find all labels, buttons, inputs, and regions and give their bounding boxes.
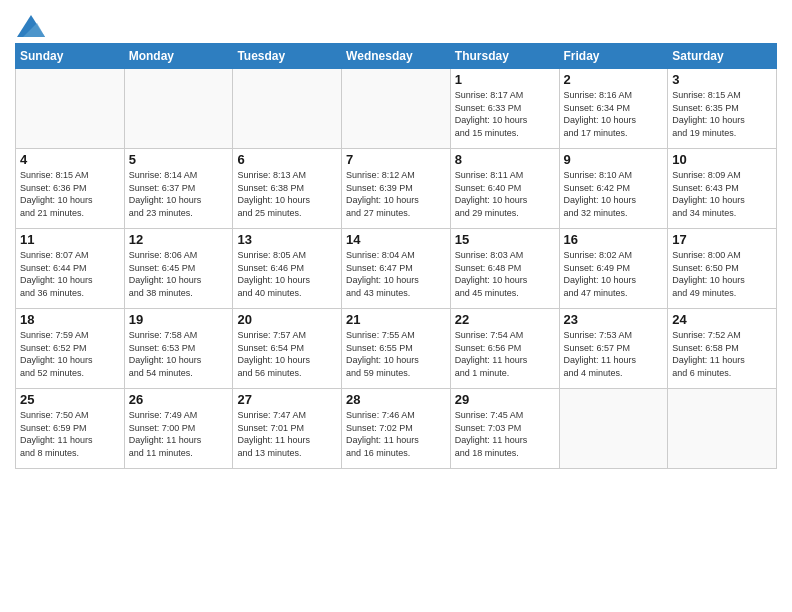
day-info: Sunrise: 7:55 AM Sunset: 6:55 PM Dayligh… [346, 329, 446, 379]
day-cell: 15Sunrise: 8:03 AM Sunset: 6:48 PM Dayli… [450, 229, 559, 309]
day-cell: 5Sunrise: 8:14 AM Sunset: 6:37 PM Daylig… [124, 149, 233, 229]
day-number: 23 [564, 312, 664, 327]
day-number: 10 [672, 152, 772, 167]
day-number: 16 [564, 232, 664, 247]
day-info: Sunrise: 8:10 AM Sunset: 6:42 PM Dayligh… [564, 169, 664, 219]
day-cell: 29Sunrise: 7:45 AM Sunset: 7:03 PM Dayli… [450, 389, 559, 469]
day-number: 1 [455, 72, 555, 87]
day-number: 21 [346, 312, 446, 327]
day-number: 6 [237, 152, 337, 167]
day-number: 27 [237, 392, 337, 407]
header-area [15, 10, 777, 37]
logo-text [15, 15, 45, 37]
col-header-wednesday: Wednesday [342, 44, 451, 69]
day-cell [233, 69, 342, 149]
day-info: Sunrise: 8:16 AM Sunset: 6:34 PM Dayligh… [564, 89, 664, 139]
day-cell: 17Sunrise: 8:00 AM Sunset: 6:50 PM Dayli… [668, 229, 777, 309]
day-cell: 13Sunrise: 8:05 AM Sunset: 6:46 PM Dayli… [233, 229, 342, 309]
day-cell: 9Sunrise: 8:10 AM Sunset: 6:42 PM Daylig… [559, 149, 668, 229]
day-cell [16, 69, 125, 149]
week-row-0: 1Sunrise: 8:17 AM Sunset: 6:33 PM Daylig… [16, 69, 777, 149]
day-cell: 16Sunrise: 8:02 AM Sunset: 6:49 PM Dayli… [559, 229, 668, 309]
day-cell: 8Sunrise: 8:11 AM Sunset: 6:40 PM Daylig… [450, 149, 559, 229]
day-number: 22 [455, 312, 555, 327]
header-row: SundayMondayTuesdayWednesdayThursdayFrid… [16, 44, 777, 69]
week-row-2: 11Sunrise: 8:07 AM Sunset: 6:44 PM Dayli… [16, 229, 777, 309]
day-number: 29 [455, 392, 555, 407]
day-number: 2 [564, 72, 664, 87]
day-number: 28 [346, 392, 446, 407]
logo-icon [17, 15, 45, 37]
day-info: Sunrise: 7:47 AM Sunset: 7:01 PM Dayligh… [237, 409, 337, 459]
day-info: Sunrise: 8:15 AM Sunset: 6:35 PM Dayligh… [672, 89, 772, 139]
day-cell: 6Sunrise: 8:13 AM Sunset: 6:38 PM Daylig… [233, 149, 342, 229]
day-number: 5 [129, 152, 229, 167]
day-cell: 14Sunrise: 8:04 AM Sunset: 6:47 PM Dayli… [342, 229, 451, 309]
day-cell: 27Sunrise: 7:47 AM Sunset: 7:01 PM Dayli… [233, 389, 342, 469]
day-cell: 20Sunrise: 7:57 AM Sunset: 6:54 PM Dayli… [233, 309, 342, 389]
day-number: 13 [237, 232, 337, 247]
day-info: Sunrise: 8:02 AM Sunset: 6:49 PM Dayligh… [564, 249, 664, 299]
day-cell [559, 389, 668, 469]
day-info: Sunrise: 8:03 AM Sunset: 6:48 PM Dayligh… [455, 249, 555, 299]
page: SundayMondayTuesdayWednesdayThursdayFrid… [0, 0, 792, 484]
day-number: 20 [237, 312, 337, 327]
day-cell: 25Sunrise: 7:50 AM Sunset: 6:59 PM Dayli… [16, 389, 125, 469]
col-header-saturday: Saturday [668, 44, 777, 69]
week-row-3: 18Sunrise: 7:59 AM Sunset: 6:52 PM Dayli… [16, 309, 777, 389]
col-header-friday: Friday [559, 44, 668, 69]
day-cell: 26Sunrise: 7:49 AM Sunset: 7:00 PM Dayli… [124, 389, 233, 469]
day-info: Sunrise: 8:12 AM Sunset: 6:39 PM Dayligh… [346, 169, 446, 219]
day-cell [342, 69, 451, 149]
day-number: 15 [455, 232, 555, 247]
day-cell: 10Sunrise: 8:09 AM Sunset: 6:43 PM Dayli… [668, 149, 777, 229]
day-info: Sunrise: 7:58 AM Sunset: 6:53 PM Dayligh… [129, 329, 229, 379]
day-info: Sunrise: 8:05 AM Sunset: 6:46 PM Dayligh… [237, 249, 337, 299]
day-number: 19 [129, 312, 229, 327]
week-row-1: 4Sunrise: 8:15 AM Sunset: 6:36 PM Daylig… [16, 149, 777, 229]
col-header-tuesday: Tuesday [233, 44, 342, 69]
week-row-4: 25Sunrise: 7:50 AM Sunset: 6:59 PM Dayli… [16, 389, 777, 469]
day-info: Sunrise: 8:04 AM Sunset: 6:47 PM Dayligh… [346, 249, 446, 299]
day-cell: 12Sunrise: 8:06 AM Sunset: 6:45 PM Dayli… [124, 229, 233, 309]
day-cell: 21Sunrise: 7:55 AM Sunset: 6:55 PM Dayli… [342, 309, 451, 389]
day-number: 7 [346, 152, 446, 167]
day-number: 4 [20, 152, 120, 167]
day-number: 26 [129, 392, 229, 407]
day-cell: 24Sunrise: 7:52 AM Sunset: 6:58 PM Dayli… [668, 309, 777, 389]
col-header-sunday: Sunday [16, 44, 125, 69]
day-cell: 22Sunrise: 7:54 AM Sunset: 6:56 PM Dayli… [450, 309, 559, 389]
day-number: 14 [346, 232, 446, 247]
day-cell: 3Sunrise: 8:15 AM Sunset: 6:35 PM Daylig… [668, 69, 777, 149]
day-info: Sunrise: 7:46 AM Sunset: 7:02 PM Dayligh… [346, 409, 446, 459]
day-number: 24 [672, 312, 772, 327]
day-info: Sunrise: 7:50 AM Sunset: 6:59 PM Dayligh… [20, 409, 120, 459]
day-cell [124, 69, 233, 149]
day-info: Sunrise: 7:53 AM Sunset: 6:57 PM Dayligh… [564, 329, 664, 379]
day-cell: 11Sunrise: 8:07 AM Sunset: 6:44 PM Dayli… [16, 229, 125, 309]
calendar-table: SundayMondayTuesdayWednesdayThursdayFrid… [15, 43, 777, 469]
day-number: 18 [20, 312, 120, 327]
col-header-monday: Monday [124, 44, 233, 69]
day-info: Sunrise: 8:15 AM Sunset: 6:36 PM Dayligh… [20, 169, 120, 219]
day-info: Sunrise: 7:59 AM Sunset: 6:52 PM Dayligh… [20, 329, 120, 379]
day-info: Sunrise: 7:52 AM Sunset: 6:58 PM Dayligh… [672, 329, 772, 379]
day-info: Sunrise: 8:13 AM Sunset: 6:38 PM Dayligh… [237, 169, 337, 219]
day-cell: 7Sunrise: 8:12 AM Sunset: 6:39 PM Daylig… [342, 149, 451, 229]
day-info: Sunrise: 7:49 AM Sunset: 7:00 PM Dayligh… [129, 409, 229, 459]
day-info: Sunrise: 8:11 AM Sunset: 6:40 PM Dayligh… [455, 169, 555, 219]
day-info: Sunrise: 7:45 AM Sunset: 7:03 PM Dayligh… [455, 409, 555, 459]
day-info: Sunrise: 8:06 AM Sunset: 6:45 PM Dayligh… [129, 249, 229, 299]
day-cell: 23Sunrise: 7:53 AM Sunset: 6:57 PM Dayli… [559, 309, 668, 389]
col-header-thursday: Thursday [450, 44, 559, 69]
day-cell: 18Sunrise: 7:59 AM Sunset: 6:52 PM Dayli… [16, 309, 125, 389]
day-info: Sunrise: 8:17 AM Sunset: 6:33 PM Dayligh… [455, 89, 555, 139]
day-info: Sunrise: 8:09 AM Sunset: 6:43 PM Dayligh… [672, 169, 772, 219]
day-number: 12 [129, 232, 229, 247]
day-number: 8 [455, 152, 555, 167]
day-cell [668, 389, 777, 469]
day-number: 25 [20, 392, 120, 407]
day-info: Sunrise: 8:00 AM Sunset: 6:50 PM Dayligh… [672, 249, 772, 299]
day-number: 9 [564, 152, 664, 167]
day-number: 11 [20, 232, 120, 247]
